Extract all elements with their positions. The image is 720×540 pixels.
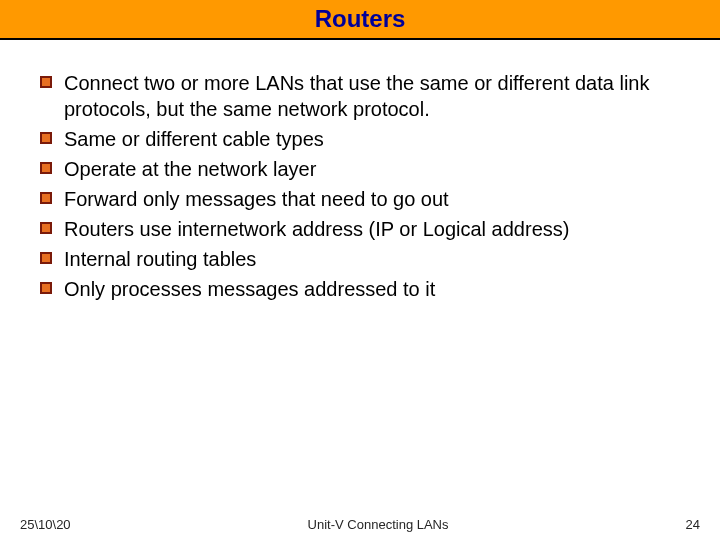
svg-rect-7 bbox=[42, 194, 50, 202]
svg-rect-11 bbox=[42, 254, 50, 262]
title-bar: Routers bbox=[0, 0, 720, 40]
bullet-text: Only processes messages addressed to it bbox=[64, 276, 435, 302]
list-item: Same or different cable types bbox=[40, 126, 700, 152]
bullet-icon bbox=[40, 162, 52, 174]
svg-rect-9 bbox=[42, 224, 50, 232]
bullet-icon bbox=[40, 252, 52, 264]
bullet-icon bbox=[40, 282, 52, 294]
bullet-text: Forward only messages that need to go ou… bbox=[64, 186, 449, 212]
svg-rect-5 bbox=[42, 164, 50, 172]
list-item: Connect two or more LANs that use the sa… bbox=[40, 70, 700, 122]
bullet-text: Same or different cable types bbox=[64, 126, 324, 152]
bullet-text: Routers use internetwork address (IP or … bbox=[64, 216, 569, 242]
list-item: Routers use internetwork address (IP or … bbox=[40, 216, 700, 242]
bullet-icon bbox=[40, 76, 52, 88]
footer: 25\10\20 Unit-V Connecting LANs 24 bbox=[0, 517, 720, 532]
svg-rect-1 bbox=[42, 78, 50, 86]
footer-page-number: 24 bbox=[686, 517, 700, 532]
list-item: Forward only messages that need to go ou… bbox=[40, 186, 700, 212]
footer-date: 25\10\20 bbox=[20, 517, 71, 532]
svg-rect-3 bbox=[42, 134, 50, 142]
bullet-text: Internal routing tables bbox=[64, 246, 256, 272]
footer-unit: Unit-V Connecting LANs bbox=[71, 517, 686, 532]
bullet-text: Operate at the network layer bbox=[64, 156, 316, 182]
list-item: Only processes messages addressed to it bbox=[40, 276, 700, 302]
svg-rect-13 bbox=[42, 284, 50, 292]
content-area: Connect two or more LANs that use the sa… bbox=[0, 40, 720, 302]
slide-title: Routers bbox=[315, 5, 406, 33]
bullet-icon bbox=[40, 192, 52, 204]
bullet-icon bbox=[40, 222, 52, 234]
bullet-text: Connect two or more LANs that use the sa… bbox=[64, 70, 700, 122]
list-item: Internal routing tables bbox=[40, 246, 700, 272]
list-item: Operate at the network layer bbox=[40, 156, 700, 182]
bullet-icon bbox=[40, 132, 52, 144]
